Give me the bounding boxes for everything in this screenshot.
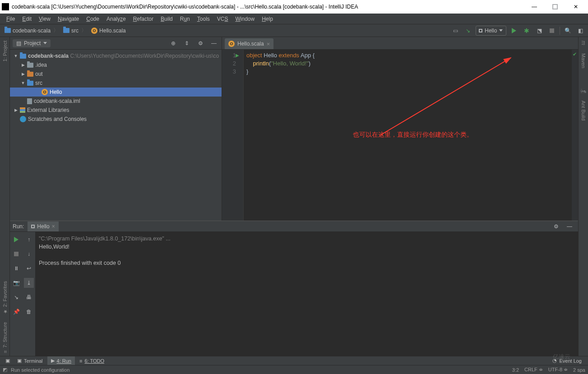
indent-info[interactable]: 2 spa — [573, 367, 585, 373]
file-encoding[interactable]: UTF-8 ≑ — [548, 367, 568, 373]
tree-hello[interactable]: Hello — [10, 88, 222, 97]
menu-build[interactable]: Build — [157, 15, 176, 23]
run-config-select[interactable]: Hello — [476, 26, 506, 36]
minimize-button[interactable]: — — [524, 0, 545, 14]
line-separator[interactable]: CRLF ≑ — [524, 367, 543, 373]
tree-root[interactable]: ▼ codebank-scala C:\Users\Yucheng\Docume… — [10, 51, 222, 60]
coverage-button[interactable]: ⬔ — [534, 26, 544, 36]
breadcrumb-module-label: codebank-scala — [13, 28, 51, 34]
menu-vcs[interactable]: VCS — [213, 15, 232, 23]
scala-icon — [91, 28, 97, 34]
project-title: Project — [24, 40, 41, 46]
menu-analyze[interactable]: Analyze — [103, 15, 130, 23]
tab-maven-tool[interactable]: Maven — [581, 51, 586, 70]
menu-code[interactable]: Code — [83, 15, 103, 23]
down-icon[interactable]: ↓ — [24, 249, 34, 259]
tab-favorites-tool[interactable]: ★ 2: Favorites — [2, 279, 8, 316]
pause-button[interactable]: ⏸ — [11, 263, 21, 273]
breadcrumb-file[interactable]: Hello.scala — [89, 28, 128, 34]
tab-run[interactable]: ▶ 4: Run — [47, 356, 75, 365]
exit-button[interactable]: ↘ — [11, 292, 21, 302]
caret-position[interactable]: 3:2 — [512, 367, 519, 373]
search-icon[interactable]: 🔍 — [563, 26, 573, 36]
menu-view[interactable]: View — [35, 15, 54, 23]
maximize-button[interactable] — [545, 0, 565, 14]
breadcrumb-src[interactable]: src 〉 — [61, 27, 89, 34]
annotation-arrow — [357, 54, 520, 140]
tab-project-tool[interactable]: 1: Project — [2, 39, 8, 63]
editor-tab-label: Hello.scala — [237, 41, 264, 47]
run-button[interactable] — [509, 26, 519, 36]
tab-ant-tool[interactable]: Ant Build — [581, 99, 586, 122]
scroll-end-icon[interactable]: ⤓ — [24, 278, 34, 288]
menu-refactor[interactable]: Refactor — [130, 15, 157, 23]
inspection-ok-icon: ✔ — [573, 51, 577, 57]
quick-access-icon[interactable]: ▣ — [3, 358, 13, 364]
run-tab-hello[interactable]: Hello × — [28, 222, 58, 231]
hide-icon[interactable]: — — [209, 38, 219, 48]
dump-button[interactable]: 📷 — [11, 278, 21, 288]
menu-file[interactable]: File — [3, 15, 19, 23]
layout-icon[interactable]: ▭ — [450, 26, 460, 36]
tree-root-path: C:\Users\Yucheng\Documents\WorkDir\Repos… — [70, 53, 219, 59]
scala-icon — [228, 41, 235, 47]
debug-button[interactable]: ✱ — [522, 26, 532, 36]
run-label: Run: — [13, 223, 24, 230]
line-number: 2 — [222, 60, 236, 68]
app-icon — [2, 3, 9, 10]
tree-external-libraries[interactable]: ▶ External Libraries — [10, 106, 222, 115]
menu-run[interactable]: Run — [176, 15, 194, 23]
scratch-icon — [20, 116, 26, 122]
build-hammer-icon[interactable]: ↘ — [463, 26, 473, 36]
close-tab-icon[interactable]: × — [267, 41, 270, 47]
folder-icon — [27, 81, 33, 86]
editor-tab-hello[interactable]: Hello.scala × — [225, 38, 273, 49]
clear-icon[interactable]: 🗑 — [24, 307, 34, 317]
menu-window[interactable]: Window — [231, 15, 258, 23]
tab-terminal[interactable]: ▣ Terminal — [14, 356, 46, 365]
hide-icon[interactable]: — — [565, 222, 574, 231]
toolwindow-icon[interactable]: ◧ — [575, 26, 585, 36]
tab-structure-tool[interactable]: ⌗ 7: Structure — [2, 320, 8, 356]
print-icon[interactable]: 🖶 — [24, 292, 34, 302]
file-icon — [27, 98, 32, 104]
menu-edit[interactable]: Edit — [19, 15, 35, 23]
maven-icon[interactable]: m — [580, 39, 587, 47]
tree-scratches[interactable]: Scratches and Consoles — [10, 115, 222, 124]
close-button[interactable]: ✕ — [565, 0, 586, 14]
editor-tabs: Hello.scala × — [222, 37, 578, 50]
breadcrumb-module[interactable]: codebank-scala 〉 — [3, 27, 61, 34]
soft-wrap-icon[interactable]: ↩ — [24, 263, 34, 273]
gear-icon[interactable]: ⚙ — [551, 222, 561, 231]
annotation-text: 也可以在这里，直接运行你创建的这个类。 — [353, 131, 473, 139]
gear-icon[interactable]: ⚙ — [195, 38, 205, 48]
gutter-run-icon[interactable]: ▶ — [236, 51, 239, 60]
rerun-button[interactable] — [11, 235, 21, 245]
run-tabbar: Run: Hello × ⚙ — — [10, 221, 578, 232]
stop-run-button[interactable] — [11, 249, 21, 259]
toolwindow-toggle-icon[interactable]: ◩ — [3, 367, 7, 373]
tree-src[interactable]: ▼ src — [10, 78, 222, 88]
line-number: 1 — [222, 51, 236, 60]
collapse-icon[interactable]: ⇕ — [182, 38, 192, 48]
up-icon[interactable]: ↑ — [24, 235, 34, 245]
console-output[interactable]: "C:\Program Files\Java\jdk1.8.0_172\bin\… — [35, 232, 578, 356]
tree-iml[interactable]: codebank-scala.iml — [10, 97, 222, 106]
menu-tools[interactable]: Tools — [194, 15, 213, 23]
tab-todo[interactable]: ≡ 6: TODO — [76, 356, 108, 365]
project-panel-header: ▤Project ⊕ ⇕ ⚙ — — [10, 37, 222, 50]
menu-help[interactable]: Help — [258, 15, 277, 23]
breadcrumb-file-label: Hello.scala — [99, 28, 126, 34]
tree-idea[interactable]: ▶ .idea — [10, 60, 222, 69]
menu-navigate[interactable]: Navigate — [54, 15, 83, 23]
close-tab-icon[interactable]: × — [52, 223, 55, 230]
project-view-selector[interactable]: ▤Project — [13, 39, 51, 47]
bottom-toolbar: ▣ ▣ Terminal ▶ 4: Run ≡ 6: TODO ◔ Event … — [0, 356, 588, 365]
locate-icon[interactable]: ⊕ — [168, 38, 178, 48]
stop-button[interactable] — [547, 26, 557, 36]
pin-button[interactable]: 📌 — [11, 307, 21, 317]
status-message: Run selected configuration — [11, 367, 69, 373]
run-body: ⏸ 📷 ↘ 📌 ↑ ↓ ↩ ⤓ 🖶 🗑 "C:\Program Files\Ja… — [10, 232, 578, 356]
tree-out[interactable]: ▶ out — [10, 69, 222, 78]
run-config-label: Hello — [485, 28, 497, 34]
